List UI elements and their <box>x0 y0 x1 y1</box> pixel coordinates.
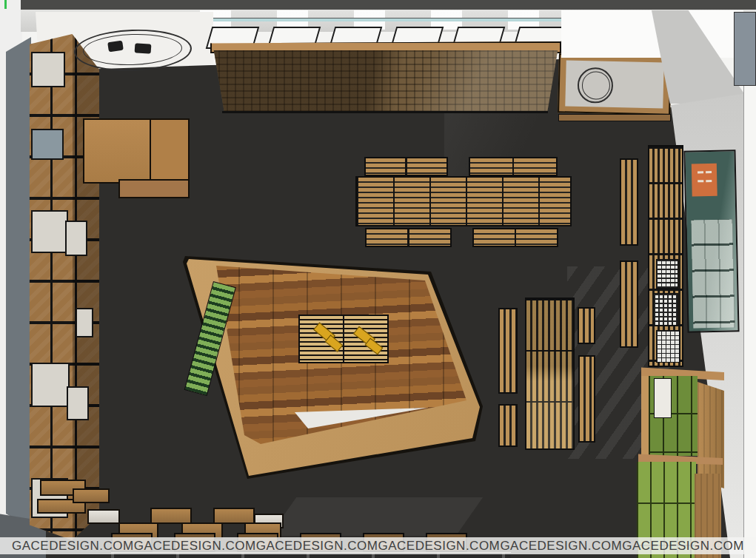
watermark-strip: GACEDESIGN.COM GACEDESIGN.COM GACEDESIGN… <box>0 537 756 554</box>
green-shelf-white-cell <box>655 379 671 417</box>
logo-mark <box>706 180 712 182</box>
axis-tick-green <box>4 0 7 9</box>
poster-photo-grid <box>691 219 735 328</box>
slat-bench <box>472 228 558 247</box>
logo-mark <box>698 180 703 182</box>
logo-mark <box>706 171 712 173</box>
shelf-cell-white <box>77 309 92 336</box>
watermark-text: GACEDESIGN.COM <box>500 539 622 554</box>
reception-desk-return <box>118 179 190 198</box>
shelf-mesh-block <box>653 293 678 326</box>
wall-poster <box>683 149 739 332</box>
right-slat-bench <box>620 158 638 246</box>
reception-desk-main <box>83 118 154 184</box>
chair <box>135 43 152 54</box>
slat-bench-v <box>578 355 595 443</box>
slat-table-large-v <box>525 298 575 450</box>
slat-table-large <box>355 176 572 226</box>
render-canvas: GACEDESIGN.COM GACEDESIGN.COM GACEDESIGN… <box>0 0 756 558</box>
counter-top <box>565 60 663 108</box>
right-wall-gray-strip <box>734 12 756 86</box>
slat-bench <box>364 157 448 176</box>
top-dark-bar <box>21 0 756 10</box>
lattice-panel-shadow <box>222 111 548 113</box>
poster-logo-orange <box>692 164 717 197</box>
shelf-cell-white <box>33 53 64 86</box>
left-wall <box>6 37 31 528</box>
slat-bench <box>365 228 452 247</box>
right-slat-bench <box>620 260 638 348</box>
shelf-cell-gray <box>33 130 62 158</box>
display-box <box>73 488 110 503</box>
display-box <box>213 508 255 524</box>
watermark-text: GACEDESIGN.COM <box>134 539 256 554</box>
wood-lattice-panel <box>210 50 561 112</box>
watermark-text: GACEDESIGN.COM <box>256 539 378 554</box>
counter-front-shelf <box>558 114 671 121</box>
left-cubby-shelf <box>28 34 99 540</box>
watermark-text: GACEDESIGN.COM <box>622 539 744 554</box>
display-box-white <box>87 509 120 524</box>
display-box <box>150 508 192 524</box>
chair <box>107 41 124 53</box>
right-wall-white-block <box>561 10 743 58</box>
watermark-text: GACEDESIGN.COM <box>378 539 501 554</box>
shelf-mesh-block <box>656 330 680 363</box>
shelf-mesh-block <box>656 259 678 289</box>
right-wall-white-strip <box>743 83 756 558</box>
service-counter <box>558 53 672 115</box>
shelf-cell-white <box>33 212 67 252</box>
shelf-cell-white <box>67 222 86 255</box>
logo-mark <box>698 171 703 173</box>
slat-bench-v <box>498 404 518 447</box>
slat-bench-v <box>578 307 595 344</box>
floor-light-patch <box>270 497 483 536</box>
watermark-text: GACEDESIGN.COM <box>12 539 134 554</box>
green-shelf-wood-side-upper <box>698 377 724 488</box>
shelf-cell-white <box>68 388 87 419</box>
shelf-cell-white <box>33 364 68 406</box>
slat-bench <box>469 157 558 176</box>
slat-bench-v <box>498 308 518 394</box>
